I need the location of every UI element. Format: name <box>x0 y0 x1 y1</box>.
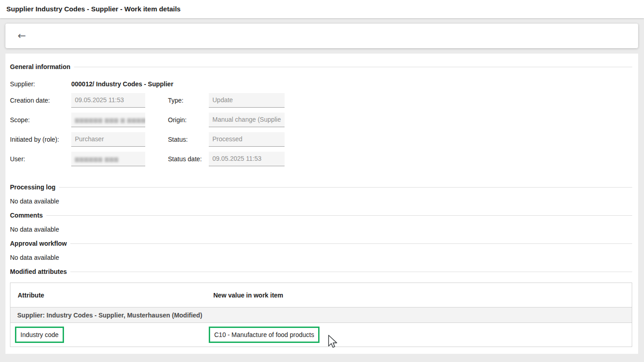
comments-empty-text: No data available <box>10 225 59 234</box>
section-title: Modified attributes <box>10 268 67 275</box>
initiated-by-label: Initiated by (role): <box>10 132 59 147</box>
section-modified-attributes: Modified attributes <box>10 267 632 276</box>
table-row[interactable]: Industry code C10 - Manufacture of food … <box>10 323 632 347</box>
approval-workflow-empty-text: No data available <box>10 253 59 262</box>
modified-attributes-table: Attribute New value in work item Supplie… <box>10 283 632 347</box>
attribute-cell-highlighted[interactable]: Industry code <box>15 327 64 343</box>
creation-date-label: Creation date: <box>10 93 50 108</box>
column-header-attribute: Attribute <box>18 283 44 307</box>
user-redacted-value: ▆▆▆▆▆▆ ▆▆▆ <box>75 156 118 162</box>
section-title: Approval workflow <box>10 240 67 247</box>
table-group-row: Supplier: Industry Codes - Supplier, Mus… <box>10 307 632 323</box>
work-item-details-page: { "window": { "title": "Supplier Industr… <box>0 0 644 362</box>
user-label: User: <box>10 152 25 166</box>
back-arrow-icon: ← <box>18 30 26 41</box>
section-title: Comments <box>10 212 43 219</box>
type-label: Type: <box>168 93 183 108</box>
section-divider <box>59 187 632 188</box>
status-field[interactable]: Processed <box>209 132 285 147</box>
section-general-information: General information <box>10 62 632 71</box>
type-field[interactable]: Update <box>209 93 285 108</box>
table-header-row: Attribute New value in work item <box>10 283 632 307</box>
section-processing-log: Processing log <box>10 183 632 192</box>
toolbar: ← <box>5 24 638 48</box>
scope-redacted-value: ▆▆▆▆▆▆ ▆▆▆ ▆ ▆▆▆▆▆ <box>75 117 145 123</box>
status-label: Status: <box>168 132 188 147</box>
section-approval-workflow: Approval workflow <box>10 239 632 248</box>
status-date-field[interactable]: 09.05.2025 11:53 <box>209 152 285 166</box>
initiated-by-field[interactable]: Purchaser <box>71 132 145 147</box>
creation-date-field[interactable]: 09.05.2025 11:53 <box>71 93 145 108</box>
new-value-cell-highlighted[interactable]: C10 - Manufacture of food products <box>209 327 320 343</box>
page-title: Supplier Industry Codes - Supplier - Wor… <box>6 0 181 18</box>
processing-log-empty-text: No data available <box>10 197 59 206</box>
status-date-label: Status date: <box>168 152 202 166</box>
scope-label: Scope: <box>10 113 30 127</box>
section-divider <box>70 272 632 272</box>
scope-field[interactable]: ▆▆▆▆▆▆ ▆▆▆ ▆ ▆▆▆▆▆ <box>71 113 145 127</box>
section-divider <box>46 215 632 216</box>
user-field[interactable]: ▆▆▆▆▆▆ ▆▆▆ <box>71 152 145 166</box>
origin-label: Origin: <box>168 113 187 127</box>
section-comments: Comments <box>10 211 632 220</box>
section-title: Processing log <box>10 183 55 191</box>
section-title: General information <box>10 63 70 70</box>
origin-field[interactable]: Manual change (Supplie <box>209 113 285 127</box>
section-divider <box>74 67 632 67</box>
supplier-label: Supplier: <box>10 79 35 89</box>
supplier-value: 000012/ Industry Codes - Supplier <box>71 79 173 89</box>
column-header-new-value: New value in work item <box>213 283 283 307</box>
section-divider <box>70 243 632 244</box>
details-panel: General information Supplier: 000012/ In… <box>5 54 638 354</box>
back-button[interactable]: ← <box>13 27 31 45</box>
window-title-bar: Supplier Industry Codes - Supplier - Wor… <box>0 0 644 18</box>
